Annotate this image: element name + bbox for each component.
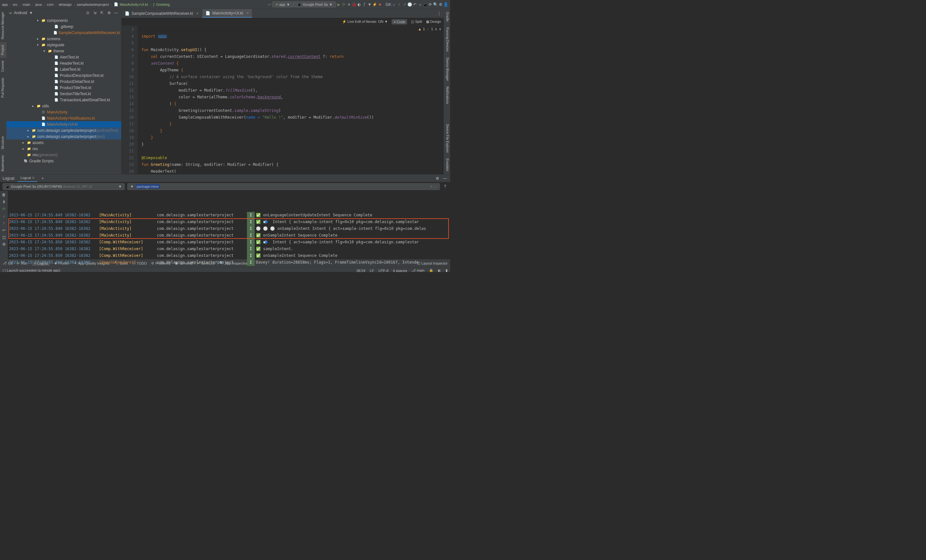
tree-item[interactable]: 📄.gitkeep (6, 23, 121, 30)
tree-item[interactable]: 📄LabelText.kt (6, 66, 121, 72)
ide-icon[interactable]: ⟐ (418, 2, 422, 7)
mem-icon[interactable]: ◐ (438, 268, 441, 272)
view-code[interactable]: ≡ Code (392, 19, 407, 24)
tab-mainactivity-ui[interactable]: 📄MainActivity+UI.kt✕ (202, 9, 253, 18)
attach-icon[interactable]: ⤴ (362, 2, 367, 7)
bar-icon[interactable]: ▮ (446, 268, 448, 272)
profile-icon[interactable]: ◐ (357, 2, 362, 7)
rail-resource-manager[interactable]: Resource Manager (0, 9, 6, 42)
delete-icon[interactable]: 🗑 (1, 192, 6, 197)
tree-item[interactable]: 📁res (generated) (6, 152, 121, 158)
git-branch[interactable]: ⎇ main (412, 268, 424, 272)
view-split[interactable]: ◫ Split (411, 20, 422, 24)
bug-icon[interactable]: 🐞 (351, 2, 357, 7)
split-icon[interactable]: ◫ (1, 235, 6, 240)
rail-device-explorer[interactable]: Device File Explorer (444, 121, 450, 156)
crumb[interactable]: main (23, 3, 30, 6)
tree-item[interactable]: ▸📁com.delasign.samplestarterproject (tes… (6, 133, 121, 139)
crumb-fn[interactable]: Greeting (156, 3, 170, 6)
code-editor[interactable]: 3456789101112131415161718192021222324252… (121, 26, 444, 174)
tree-item[interactable]: ▸📁utils (6, 103, 121, 109)
panel-title[interactable]: Android (14, 11, 27, 15)
back-icon[interactable]: ↩ (267, 2, 272, 7)
rail-running-devices[interactable]: Running Devices (444, 24, 450, 54)
run-config-selector[interactable]: ▰app▼ (272, 1, 294, 8)
encoding[interactable]: UTF-8 (378, 269, 389, 272)
tree-item[interactable]: 📄HeaderText.kt (6, 60, 121, 66)
rail-commit[interactable]: Commit (0, 58, 6, 74)
logcat-tab[interactable]: Logcat ✕ (18, 174, 37, 182)
logcat-hide-icon[interactable]: — (442, 176, 448, 181)
tree-item[interactable]: 📄MainActivity+UI.kt (6, 121, 121, 127)
tree-item[interactable]: 📄MainActivity+Notifications.kt (6, 115, 121, 121)
crumb[interactable]: src (13, 3, 18, 6)
device-selector[interactable]: 📱Google Pixel 3a▼ (294, 1, 336, 8)
log-output[interactable]: 2023-06-15 17:24:55.849 16382-16382 [Mai… (8, 191, 450, 266)
close-icon[interactable]: ✕ (246, 11, 249, 15)
gear-icon[interactable]: ⚙ (106, 10, 112, 15)
rail-pull-requests[interactable]: Pull Requests (0, 75, 6, 101)
tree-item[interactable]: ▾📁styleguide (6, 42, 121, 48)
tree-item[interactable]: 📄TransactionLabelSmallText.kt (6, 97, 121, 103)
coverage-icon[interactable]: ≡ (346, 2, 351, 7)
indent[interactable]: 4 spaces (393, 269, 407, 272)
prev-icon[interactable]: ↑ (1, 221, 6, 226)
filter-input[interactable]: ▼ package:mine ✕ ☆ (127, 183, 440, 190)
avatar-icon[interactable]: 👤 (443, 2, 448, 7)
tree-item[interactable]: ▸📁com.delasign.samplestarterproject (and… (6, 127, 121, 133)
close-icon[interactable]: ✕ (196, 12, 199, 15)
rail-project[interactable]: Project (0, 42, 6, 58)
git-commit-icon[interactable]: ✓ (397, 2, 402, 7)
tree-item[interactable]: ⒸMainActivity (6, 109, 121, 115)
tree-item[interactable]: ▸📁screens (6, 36, 121, 42)
crumb[interactable]: samplestarterproject (77, 3, 109, 6)
more-icon[interactable]: ▼ (367, 2, 372, 7)
tree-item[interactable]: 📄SampleComposableWithReceiver.kt (6, 30, 121, 36)
run-icon[interactable]: ▶ (336, 2, 341, 7)
restart-icon[interactable]: ⟳ (1, 206, 6, 212)
device-dropdown[interactable]: 📱 Google Pixel 3a (05UAY1YAFW) Android 1… (3, 183, 125, 190)
project-tree[interactable]: ▾📁components📄.gitkeep📄SampleComposableWi… (6, 17, 121, 174)
tree-item[interactable]: ▾📁theme (6, 48, 121, 54)
tree-item[interactable]: 🐘Gradle Scripts (6, 158, 121, 164)
settings-icon[interactable]: ⚙ (438, 2, 443, 7)
debug-icon[interactable]: ⟳ (341, 2, 346, 7)
tree-item[interactable]: 📄AlertText.kt (6, 54, 121, 60)
lock-icon[interactable]: 🔒 (429, 268, 433, 272)
pause-icon[interactable]: ⏸ (1, 199, 6, 204)
tree-item[interactable]: 📄SectionTitleText.kt (6, 91, 121, 97)
live-edit-toggle[interactable]: ⚡ Live Edit of literals: ON ▼ (342, 20, 388, 24)
history-icon[interactable]: 🕓 (407, 2, 412, 7)
tree-item[interactable]: ▸📁assets (6, 139, 121, 145)
stop-icon[interactable]: ■ (377, 2, 382, 7)
sync-icon[interactable]: ⟳ (428, 2, 433, 7)
search-icon[interactable]: 🔍 (433, 2, 438, 7)
tree-item[interactable]: 📄ProductDescriptionText.kt (6, 72, 121, 79)
scroll-end-icon[interactable]: ↓ (1, 213, 6, 219)
wrap-icon[interactable]: ↩ (1, 228, 6, 233)
hide-icon[interactable]: — (113, 10, 119, 15)
dev-icon[interactable]: 📱 (422, 2, 428, 7)
logcat-settings-icon[interactable]: ⚙ (435, 176, 440, 181)
target-icon[interactable]: ⊙ (85, 10, 90, 15)
crumb[interactable]: com (47, 3, 54, 6)
crumb[interactable]: delasign (59, 3, 72, 6)
add-tab-icon[interactable]: + (40, 176, 45, 181)
rail-emulator[interactable]: Emulator (444, 156, 450, 174)
crumb-file[interactable]: MainActivity+UI.kt (120, 3, 148, 6)
line-sep[interactable]: LF (370, 269, 374, 272)
tab-sample-composable[interactable]: 📄SampleComposableWithReceiver.kt✕ (121, 9, 202, 18)
rail-structure[interactable]: Structure (0, 133, 6, 152)
tree-item[interactable]: 📄ProductTitleText.kt (6, 85, 121, 91)
tree-item[interactable]: ▾📁components (6, 17, 121, 23)
inspection-widget[interactable]: ▲1 ✓1 ∧∨ (419, 27, 441, 31)
undo-icon[interactable]: ↶ (412, 2, 418, 7)
expand-icon[interactable]: ⇱ (99, 10, 104, 15)
rail-bookmarks[interactable]: Bookmarks (0, 152, 6, 174)
help-icon[interactable]: ? (442, 184, 448, 189)
tree-item[interactable]: ▸📁res (6, 145, 121, 152)
collapse-icon[interactable]: ⇲ (92, 10, 97, 15)
rail-notifications[interactable]: Notifications (444, 83, 450, 107)
instant-icon[interactable]: ⚡ (372, 2, 377, 7)
rail-device-manager[interactable]: Device Manager (444, 54, 450, 84)
